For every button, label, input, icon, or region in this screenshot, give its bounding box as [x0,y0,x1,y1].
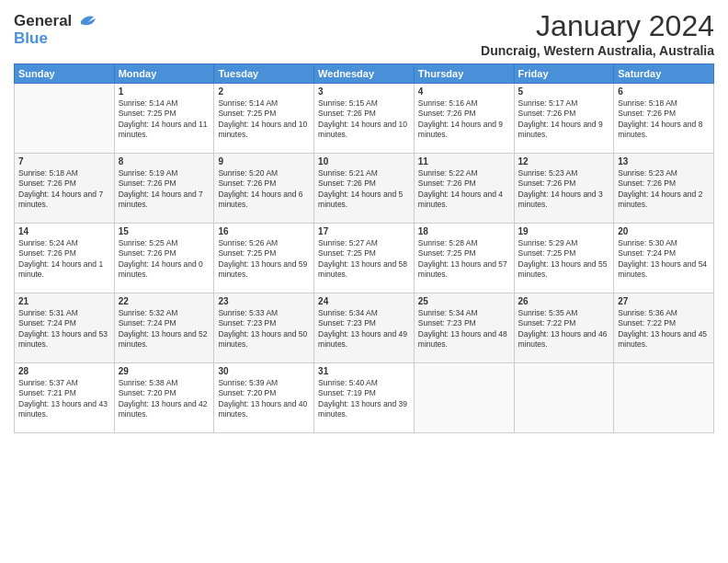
day-info: Sunrise: 5:21 AM Sunset: 7:26 PM Dayligh… [318,168,410,211]
day-number: 17 [318,226,410,236]
calendar-subtitle: Duncraig, Western Australia, Australia [481,43,714,58]
day-info: Sunrise: 5:24 AM Sunset: 7:26 PM Dayligh… [18,238,110,281]
col-monday: Monday [114,64,214,84]
title-block: January 2024 Duncraig, Western Australia… [481,9,714,58]
day-number: 2 [218,86,310,97]
day-info: Sunrise: 5:38 AM Sunset: 7:20 PM Dayligh… [119,378,210,420]
calendar-cell: 25Sunrise: 5:34 AM Sunset: 7:23 PM Dayli… [414,293,514,363]
col-wednesday: Wednesday [314,64,415,84]
logo: General Blue [14,13,97,47]
day-info: Sunrise: 5:34 AM Sunset: 7:23 PM Dayligh… [318,308,410,350]
day-number: 15 [119,226,210,236]
calendar-cell: 20Sunrise: 5:30 AM Sunset: 7:24 PM Dayli… [614,224,714,293]
day-number: 9 [218,156,310,167]
calendar-table: Sunday Monday Tuesday Wednesday Thursday… [14,63,714,433]
calendar-cell: 27Sunrise: 5:36 AM Sunset: 7:22 PM Dayli… [614,293,714,363]
calendar-cell: 14Sunrise: 5:24 AM Sunset: 7:26 PM Dayli… [15,224,115,293]
calendar-cell: 18Sunrise: 5:28 AM Sunset: 7:25 PM Dayli… [414,224,514,293]
calendar-cell: 29Sunrise: 5:38 AM Sunset: 7:20 PM Dayli… [114,363,214,433]
day-info: Sunrise: 5:34 AM Sunset: 7:23 PM Dayligh… [418,308,510,350]
header-row: Sunday Monday Tuesday Wednesday Thursday… [15,64,714,84]
day-number: 25 [418,296,510,306]
day-info: Sunrise: 5:20 AM Sunset: 7:26 PM Dayligh… [218,168,310,211]
calendar-cell: 4Sunrise: 5:16 AM Sunset: 7:26 PM Daylig… [414,84,514,154]
day-info: Sunrise: 5:27 AM Sunset: 7:25 PM Dayligh… [318,238,410,281]
calendar-cell: 24Sunrise: 5:34 AM Sunset: 7:23 PM Dayli… [314,293,415,363]
day-info: Sunrise: 5:32 AM Sunset: 7:24 PM Dayligh… [119,308,210,350]
day-info: Sunrise: 5:25 AM Sunset: 7:26 PM Dayligh… [119,238,210,281]
calendar-cell: 12Sunrise: 5:23 AM Sunset: 7:26 PM Dayli… [514,154,614,224]
calendar-cell [414,363,514,433]
day-info: Sunrise: 5:14 AM Sunset: 7:25 PM Dayligh… [218,98,310,141]
calendar-cell [614,363,714,433]
day-info: Sunrise: 5:26 AM Sunset: 7:25 PM Dayligh… [218,238,310,281]
calendar-cell: 17Sunrise: 5:27 AM Sunset: 7:25 PM Dayli… [314,224,415,293]
calendar-cell: 19Sunrise: 5:29 AM Sunset: 7:25 PM Dayli… [514,224,614,293]
day-info: Sunrise: 5:23 AM Sunset: 7:26 PM Dayligh… [518,168,610,211]
col-sunday: Sunday [15,64,115,84]
day-info: Sunrise: 5:31 AM Sunset: 7:24 PM Dayligh… [18,308,110,350]
day-number: 5 [518,86,610,97]
calendar-cell: 3Sunrise: 5:15 AM Sunset: 7:26 PM Daylig… [314,84,415,154]
day-number: 18 [418,226,510,236]
day-number: 19 [518,226,610,236]
week-row-1: 1Sunrise: 5:14 AM Sunset: 7:25 PM Daylig… [15,84,714,154]
calendar-cell: 26Sunrise: 5:35 AM Sunset: 7:22 PM Dayli… [514,293,614,363]
day-info: Sunrise: 5:17 AM Sunset: 7:26 PM Dayligh… [518,98,610,141]
day-number: 29 [119,366,210,376]
calendar-cell: 28Sunrise: 5:37 AM Sunset: 7:21 PM Dayli… [15,363,115,433]
day-info: Sunrise: 5:39 AM Sunset: 7:20 PM Dayligh… [218,378,310,420]
day-info: Sunrise: 5:33 AM Sunset: 7:23 PM Dayligh… [218,308,310,350]
calendar-cell: 1Sunrise: 5:14 AM Sunset: 7:25 PM Daylig… [114,84,214,154]
calendar-cell: 30Sunrise: 5:39 AM Sunset: 7:20 PM Dayli… [214,363,314,433]
calendar-cell: 16Sunrise: 5:26 AM Sunset: 7:25 PM Dayli… [214,224,314,293]
page-container: General Blue January 2024 Duncraig, West… [0,0,728,441]
day-number: 12 [518,156,610,167]
week-row-4: 21Sunrise: 5:31 AM Sunset: 7:24 PM Dayli… [15,293,714,363]
calendar-cell: 7Sunrise: 5:18 AM Sunset: 7:26 PM Daylig… [15,154,115,224]
logo-blue: Blue [14,30,97,48]
day-number: 20 [618,226,710,236]
day-number: 1 [119,86,210,97]
day-number: 6 [618,86,710,97]
day-info: Sunrise: 5:15 AM Sunset: 7:26 PM Dayligh… [318,98,410,141]
day-info: Sunrise: 5:36 AM Sunset: 7:22 PM Dayligh… [618,308,710,350]
day-number: 27 [618,296,710,306]
calendar-cell: 31Sunrise: 5:40 AM Sunset: 7:19 PM Dayli… [314,363,415,433]
calendar-cell: 15Sunrise: 5:25 AM Sunset: 7:26 PM Dayli… [114,224,214,293]
day-info: Sunrise: 5:14 AM Sunset: 7:25 PM Dayligh… [119,98,210,141]
day-number: 24 [318,296,410,306]
day-number: 22 [119,296,210,306]
day-info: Sunrise: 5:23 AM Sunset: 7:26 PM Dayligh… [618,168,710,211]
day-info: Sunrise: 5:29 AM Sunset: 7:25 PM Dayligh… [518,238,610,281]
day-info: Sunrise: 5:30 AM Sunset: 7:24 PM Dayligh… [618,238,710,281]
day-info: Sunrise: 5:18 AM Sunset: 7:26 PM Dayligh… [618,98,710,141]
day-info: Sunrise: 5:37 AM Sunset: 7:21 PM Dayligh… [18,378,110,420]
week-row-5: 28Sunrise: 5:37 AM Sunset: 7:21 PM Dayli… [15,363,714,433]
day-number: 21 [18,296,110,306]
calendar-cell: 23Sunrise: 5:33 AM Sunset: 7:23 PM Dayli… [214,293,314,363]
calendar-cell: 21Sunrise: 5:31 AM Sunset: 7:24 PM Dayli… [15,293,115,363]
day-number: 4 [418,86,510,97]
day-number: 26 [518,296,610,306]
calendar-title: January 2024 [481,9,714,43]
week-row-2: 7Sunrise: 5:18 AM Sunset: 7:26 PM Daylig… [15,154,714,224]
day-number: 28 [18,366,110,376]
week-row-3: 14Sunrise: 5:24 AM Sunset: 7:26 PM Dayli… [15,224,714,293]
day-number: 11 [418,156,510,167]
col-thursday: Thursday [414,64,514,84]
calendar-cell: 9Sunrise: 5:20 AM Sunset: 7:26 PM Daylig… [214,154,314,224]
calendar-cell: 2Sunrise: 5:14 AM Sunset: 7:25 PM Daylig… [214,84,314,154]
calendar-cell: 8Sunrise: 5:19 AM Sunset: 7:26 PM Daylig… [114,154,214,224]
day-number: 16 [218,226,310,236]
calendar-cell: 22Sunrise: 5:32 AM Sunset: 7:24 PM Dayli… [114,293,214,363]
day-number: 31 [318,366,410,376]
calendar-cell: 11Sunrise: 5:22 AM Sunset: 7:26 PM Dayli… [414,154,514,224]
calendar-cell: 6Sunrise: 5:18 AM Sunset: 7:26 PM Daylig… [614,84,714,154]
day-info: Sunrise: 5:19 AM Sunset: 7:26 PM Dayligh… [119,168,210,211]
col-tuesday: Tuesday [214,64,314,84]
day-number: 7 [18,156,110,167]
col-saturday: Saturday [614,64,714,84]
day-number: 10 [318,156,410,167]
day-number: 3 [318,86,410,97]
